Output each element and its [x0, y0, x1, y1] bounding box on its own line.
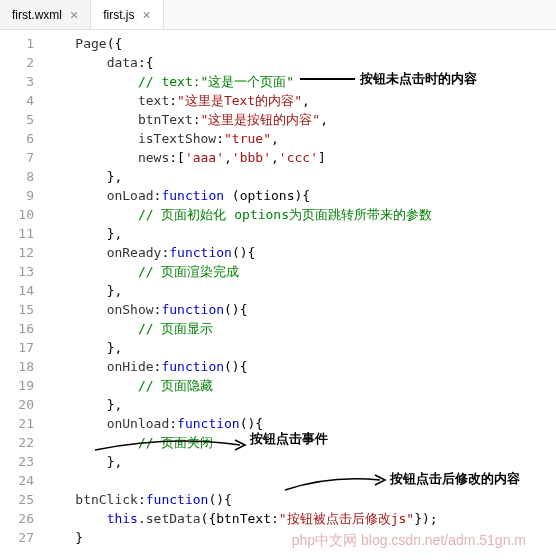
tab-first-wxml[interactable]: first.wxml × [0, 0, 91, 29]
tab-label: first.js [103, 8, 134, 22]
arrow-icon [90, 430, 250, 470]
annotation-3: 按钮点击后修改的内容 [390, 470, 520, 488]
arrow-icon [280, 470, 390, 500]
watermark: php中文网 blog.csdn.net/adm.51gn.m [292, 532, 526, 550]
tab-first-js[interactable]: first.js × [91, 0, 164, 29]
tab-label: first.wxml [12, 8, 62, 22]
tab-bar: first.wxml × first.js × [0, 0, 556, 30]
annotation-2: 按钮点击事件 [250, 430, 328, 448]
line-gutter: 1234567891011121314151617181920212223242… [0, 30, 44, 560]
close-icon[interactable]: × [70, 7, 78, 23]
close-icon[interactable]: × [143, 7, 151, 23]
annotation-line [300, 78, 355, 80]
annotation-1: 按钮未点击时的内容 [360, 70, 477, 88]
